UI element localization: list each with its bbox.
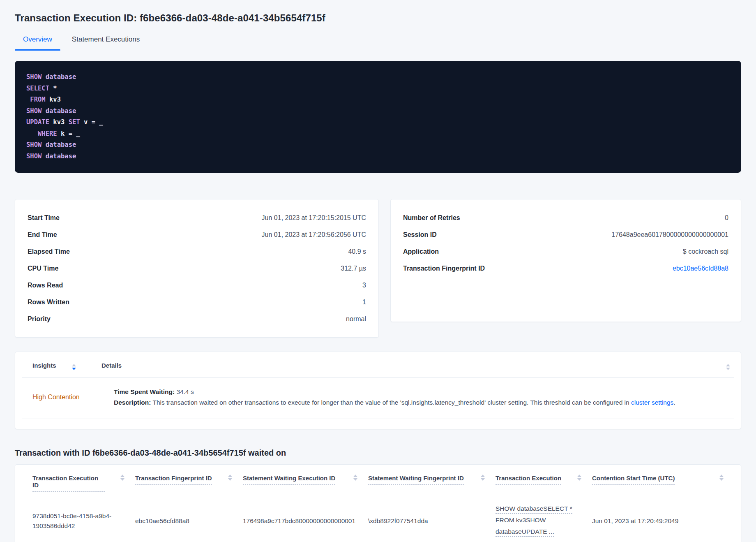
sql-token: database (46, 107, 76, 115)
column-header-label[interactable]: Transaction Execution ID (32, 475, 105, 492)
detail-value: 312.7 µs (341, 265, 366, 272)
insight-description: Description: This transaction waited on … (114, 397, 730, 408)
card-padding (15, 419, 741, 429)
detail-label: Rows Written (28, 299, 69, 306)
sql-token: SHOW (26, 141, 41, 148)
sql-token: SHOW (26, 107, 41, 115)
sql-token: WHERE (38, 130, 57, 137)
sql-token: SHOW (26, 153, 41, 160)
sql-token (46, 96, 49, 103)
detail-row: Transaction Fingerprint IDebc10ae56cfd88… (403, 260, 728, 277)
sort-arrows-icon[interactable] (353, 475, 357, 481)
transaction-fingerprint-link[interactable]: ebc10ae56cfd88a8 (673, 265, 728, 272)
sql-token: v (84, 118, 88, 126)
sql-token (49, 85, 53, 92)
sql-token: k (61, 130, 65, 137)
cell-statement-waiting-execution-id: 176498a9c717bdc80000000000000001 (243, 516, 368, 526)
sort-arrows-icon[interactable] (228, 475, 232, 481)
sql-token (41, 107, 45, 115)
sql-token: database (46, 73, 76, 81)
sql-token: UPDATE (26, 118, 49, 126)
sort-arrows-icon[interactable] (577, 475, 581, 481)
cluster-settings-link[interactable]: cluster settings (631, 399, 673, 406)
transaction-execution-link[interactable]: FROM kv3SHOW (496, 515, 581, 525)
tab-overview[interactable]: Overview (15, 35, 60, 50)
detail-label: Elapsed Time (28, 248, 70, 255)
time-spent-waiting: Time Spent Waiting: 34.4 s (114, 387, 730, 397)
detail-row: Start TimeJun 01, 2023 at 17:20:15:2015 … (28, 209, 366, 226)
detail-label: Rows Read (28, 282, 63, 289)
waited-on-table-card: Transaction Execution IDTransaction Fing… (15, 464, 741, 542)
column-header-label[interactable]: Transaction Fingerprint ID (135, 475, 212, 485)
detail-label: Number of Retries (403, 214, 460, 222)
sort-arrows-icon[interactable] (72, 364, 76, 370)
description-suffix: . (673, 399, 675, 406)
detail-row: End TimeJun 01, 2023 at 17:20:56:2056 UT… (28, 226, 366, 243)
waited-on-table-row: 9738d051-bc0e-4158-a9b4-1903586ddd42ebc1… (22, 497, 734, 542)
sort-up-icon (577, 475, 581, 477)
insights-table-header: Insights Details (15, 352, 741, 377)
description-label: Description: (114, 399, 151, 406)
tab-statement-executions[interactable]: Statement Executions (64, 35, 148, 50)
sql-token (49, 118, 53, 126)
sql-statements-text: SHOW database SELECT * FROM kv3 SHOW dat… (26, 72, 730, 162)
sql-token (57, 130, 61, 137)
page-title: Transaction Execution ID: f6be6366-da03-… (15, 12, 741, 24)
sort-arrows-icon[interactable] (719, 475, 724, 481)
detail-row: Rows Written1 (28, 294, 366, 310)
transaction-details-page: Transaction Execution ID: f6be6366-da03-… (0, 0, 756, 542)
sort-arrows-icon[interactable] (726, 364, 730, 370)
insights-card: Insights Details High Contention Time Sp… (15, 352, 741, 429)
sql-token: * (53, 85, 57, 92)
sql-token: SET (69, 118, 80, 126)
transaction-execution-link-text: SHOW databaseSELECT * (496, 505, 572, 514)
waited-column-header: Statement Waiting Execution ID (243, 475, 368, 485)
sort-up-icon (719, 475, 724, 477)
detail-value: 17648a9eea6017800000000000000001 (611, 231, 728, 239)
column-header-label[interactable]: Statement Waiting Fingerprint ID (368, 475, 464, 485)
sort-up-icon (120, 475, 124, 477)
sort-up-icon (228, 475, 232, 477)
sql-token (41, 153, 45, 160)
waiting-value: 34.4 s (175, 388, 194, 395)
waited-column-header: Statement Waiting Fingerprint ID (368, 475, 496, 485)
detail-row: Application$ cockroach sql (403, 243, 728, 260)
column-header-label[interactable]: Contention Start Time (UTC) (592, 475, 675, 485)
sql-token: FROM (30, 96, 45, 103)
insights-column-header[interactable]: Insights (32, 362, 56, 372)
detail-value: Jun 01, 2023 at 17:20:56:2056 UTC (262, 231, 366, 239)
detail-value: 3 (362, 282, 366, 289)
sql-token (65, 118, 68, 126)
details-column-header[interactable]: Details (101, 362, 122, 372)
detail-row: Prioritynormal (28, 310, 366, 327)
transaction-execution-link[interactable]: databaseUPDATE ... (496, 527, 581, 537)
column-header-label[interactable]: Statement Waiting Execution ID (243, 475, 335, 485)
cell-transaction-fingerprint-id: ebc10ae56cfd88a8 (135, 516, 243, 526)
waited-column-header: Transaction Execution (496, 475, 592, 485)
sort-down-icon (228, 478, 232, 481)
detail-row: CPU Time312.7 µs (28, 260, 366, 277)
detail-value: Jun 01, 2023 at 17:20:15:2015 UTC (262, 214, 366, 222)
transaction-execution-link[interactable]: SHOW databaseSELECT * (496, 504, 581, 514)
sql-token: database (46, 153, 76, 160)
sql-token (41, 141, 45, 148)
transaction-timing-card: Start TimeJun 01, 2023 at 17:20:15:2015 … (15, 199, 379, 338)
sql-token (41, 73, 45, 81)
detail-value: 1 (362, 299, 366, 306)
transaction-meta-card: Number of Retries0Session ID17648a9eea60… (390, 199, 741, 322)
waited-column-header: Transaction Execution ID (32, 475, 135, 492)
sort-arrows-icon[interactable] (120, 475, 124, 481)
sql-token: = _ (65, 130, 80, 137)
detail-label: Priority (28, 315, 51, 323)
sql-token (26, 96, 30, 103)
sort-down-icon (577, 478, 581, 481)
cell-contention-start-time: Jun 01, 2023 at 17:20:49:2049 (592, 516, 734, 526)
sort-up-icon (726, 364, 730, 366)
cell-transaction-execution-id: 9738d051-bc0e-4158-a9b4-1903586ddd42 (32, 511, 135, 531)
sort-down-icon (353, 478, 357, 481)
sort-arrows-icon[interactable] (481, 475, 485, 481)
sort-up-icon (481, 475, 485, 477)
detail-row: Session ID17648a9eea60178000000000000000… (403, 226, 728, 243)
summary-cards: Start TimeJun 01, 2023 at 17:20:15:2015 … (15, 199, 741, 338)
column-header-label[interactable]: Transaction Execution (496, 475, 561, 485)
